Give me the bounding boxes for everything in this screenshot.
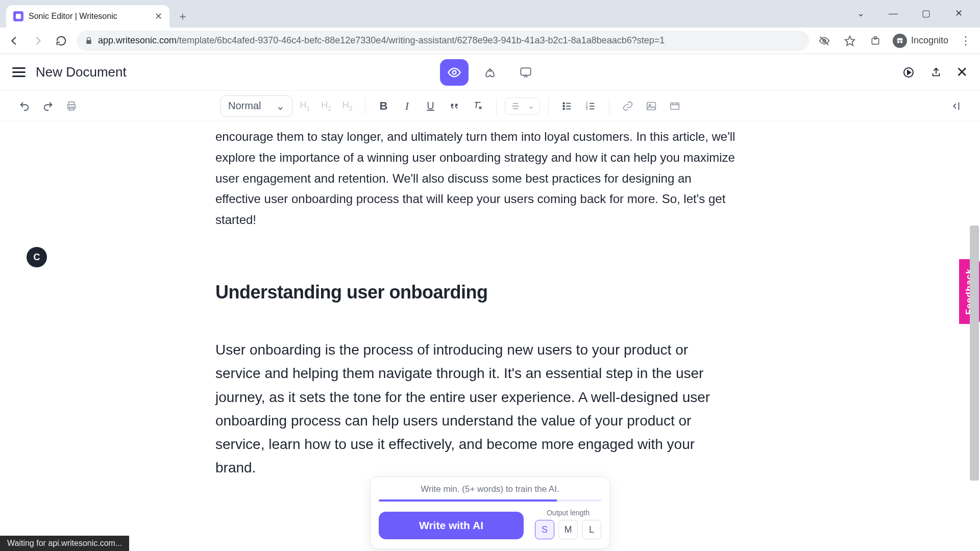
- svg-rect-30: [647, 102, 655, 110]
- tab-title: Sonic Editor | Writesonic: [29, 12, 150, 21]
- section-heading[interactable]: Understanding user onboarding: [215, 277, 736, 308]
- forward-button[interactable]: [30, 33, 46, 49]
- ai-hint-text: Write min. (5+ words) to train the AI.: [379, 484, 601, 494]
- svg-point-8: [489, 69, 491, 71]
- ai-write-panel: Write min. (5+ words) to train the AI. W…: [370, 477, 610, 549]
- length-option-l[interactable]: L: [582, 520, 601, 539]
- document-content[interactable]: encourage them to stay longer, and ultim…: [215, 121, 736, 480]
- browser-tab[interactable]: Sonic Editor | Writesonic ✕: [6, 5, 169, 28]
- scrollbar-thumb[interactable]: [970, 226, 979, 481]
- chevron-down-icon: ⌄: [528, 101, 534, 111]
- redo-button[interactable]: [38, 96, 58, 116]
- window-controls: ⌄ — ▢ ✕: [851, 4, 974, 28]
- browser-status-bar: Waiting for api.writesonic.com...: [0, 536, 129, 551]
- incognito-label: Incognito: [911, 35, 948, 46]
- svg-marker-2: [845, 36, 854, 45]
- record-icon[interactable]: [901, 65, 916, 80]
- svg-rect-9: [521, 68, 531, 75]
- output-length-group: Output length S M L: [535, 509, 601, 539]
- rocket-mode-button[interactable]: [476, 59, 504, 86]
- svg-rect-32: [670, 103, 679, 109]
- kebab-menu-icon[interactable]: ⋮: [958, 33, 974, 49]
- numbered-list-button[interactable]: 123: [580, 96, 601, 116]
- length-option-s[interactable]: S: [535, 520, 554, 539]
- svg-point-22: [563, 108, 565, 110]
- document-area: encourage them to stay longer, and ultim…: [0, 121, 980, 551]
- minimize-icon[interactable]: —: [884, 4, 902, 22]
- collapse-panel-button[interactable]: [945, 96, 966, 116]
- incognito-icon: [893, 34, 907, 48]
- bullet-list-button[interactable]: [557, 96, 577, 116]
- svg-point-7: [453, 70, 456, 74]
- ai-progress-bar: [379, 499, 601, 502]
- maximize-icon[interactable]: ▢: [917, 4, 935, 22]
- back-button[interactable]: [6, 33, 22, 49]
- lock-icon: [85, 37, 93, 45]
- image-button[interactable]: [641, 96, 662, 116]
- url-field[interactable]: app.writesonic.com/template/6bc4afed-937…: [77, 31, 809, 51]
- svg-marker-11: [908, 70, 911, 74]
- svg-rect-4: [874, 36, 876, 39]
- body-paragraph[interactable]: User onboarding is the process of introd…: [215, 338, 736, 480]
- reload-button[interactable]: [53, 33, 69, 49]
- menu-button[interactable]: [12, 67, 26, 77]
- header-mode-switch: [440, 59, 540, 86]
- clear-format-button[interactable]: [468, 96, 488, 116]
- extensions-icon[interactable]: [867, 33, 884, 49]
- chat-mode-button[interactable]: [511, 59, 540, 86]
- eye-off-icon[interactable]: [816, 33, 832, 49]
- underline-button[interactable]: U: [421, 96, 441, 116]
- preview-mode-button[interactable]: [440, 59, 469, 86]
- video-button[interactable]: [665, 96, 685, 116]
- new-tab-button[interactable]: ＋: [174, 7, 192, 26]
- svg-point-20: [563, 105, 565, 107]
- output-length-label: Output length: [535, 509, 601, 517]
- bold-button[interactable]: B: [374, 96, 394, 116]
- incognito-badge: Incognito: [893, 34, 948, 48]
- chevron-down-icon: ⌄: [276, 100, 285, 112]
- italic-button[interactable]: I: [397, 96, 418, 116]
- h3-button[interactable]: H3: [338, 100, 357, 112]
- close-tab-icon[interactable]: ✕: [155, 11, 162, 22]
- style-select-label: Normal: [228, 100, 261, 112]
- quote-button[interactable]: [444, 96, 464, 116]
- align-select[interactable]: ⌄: [505, 97, 540, 115]
- star-icon[interactable]: [842, 33, 858, 49]
- close-window-icon[interactable]: ✕: [949, 4, 968, 22]
- address-bar: app.writesonic.com/template/6bc4afed-937…: [0, 28, 980, 54]
- write-with-ai-button[interactable]: Write with AI: [379, 512, 524, 539]
- browser-tab-strip: Sonic Editor | Writesonic ✕ ＋ ⌄ — ▢ ✕: [0, 0, 980, 28]
- svg-point-5: [897, 41, 900, 43]
- h1-button[interactable]: H1: [296, 100, 314, 112]
- editor-toolbar: Normal ⌄ H1 H2 H3 B I U ⌄ 123: [0, 91, 980, 121]
- intro-paragraph[interactable]: encourage them to stay longer, and ultim…: [215, 127, 736, 231]
- url-text: app.writesonic.com/template/6bc4afed-937…: [98, 35, 665, 46]
- app-header: New Document ✕: [0, 54, 980, 91]
- chevron-down-icon[interactable]: ⌄: [851, 4, 870, 22]
- svg-point-18: [563, 103, 565, 104]
- link-button[interactable]: [618, 96, 638, 116]
- svg-point-6: [900, 41, 903, 43]
- document-title[interactable]: New Document: [36, 64, 127, 80]
- h2-button[interactable]: H2: [317, 100, 335, 112]
- undo-button[interactable]: [14, 96, 35, 116]
- gutter-toggle-button[interactable]: C: [27, 247, 47, 267]
- length-option-m[interactable]: M: [558, 520, 578, 539]
- favicon-icon: [13, 11, 23, 21]
- paragraph-style-select[interactable]: Normal ⌄: [220, 95, 292, 117]
- svg-text:3: 3: [585, 107, 587, 110]
- share-icon[interactable]: [928, 65, 944, 80]
- scrollbar-track[interactable]: [970, 123, 979, 549]
- close-editor-button[interactable]: ✕: [956, 64, 968, 81]
- print-button[interactable]: [61, 96, 82, 116]
